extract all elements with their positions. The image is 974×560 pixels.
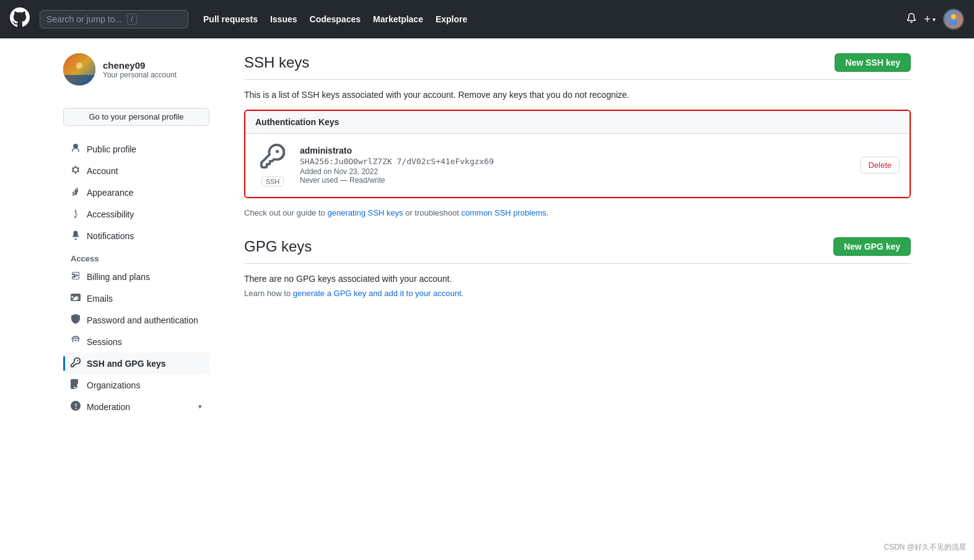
gear-icon — [71, 165, 81, 177]
broadcast-icon — [71, 336, 81, 348]
new-gpg-key-button[interactable]: New GPG key — [833, 237, 911, 256]
guide-prefix: Check out our guide to — [244, 208, 327, 217]
search-slash: / — [127, 14, 136, 25]
sidebar-item-moderation[interactable]: Moderation ▾ — [63, 396, 209, 418]
nav-issues[interactable]: Issues — [270, 14, 297, 24]
sidebar-label-account: Account — [87, 166, 118, 176]
sidebar-label-notifications: Notifications — [87, 231, 134, 241]
ssh-key-hash: SHA256:Ju0O0wrlZ7ZK 7/dV02cS+41eFvkgzx69 — [300, 157, 850, 166]
generate-gpg-key-link[interactable]: generate a GPG key and add it to your ac… — [293, 289, 462, 298]
gpg-section-header: GPG keys New GPG key — [244, 237, 911, 256]
sidebar-item-ssh-gpg[interactable]: SSH and GPG keys — [63, 352, 209, 374]
guide-suffix: . — [546, 208, 549, 217]
svg-point-5 — [76, 63, 82, 69]
ssh-key-row: SSH administrato SHA256:Ju0O0wrlZ7ZK 7/d… — [245, 134, 910, 197]
new-button[interactable]: + ▾ — [924, 13, 936, 26]
sidebar-item-public-profile[interactable]: Public profile — [63, 138, 209, 160]
ssh-key-icon-wrap: SSH — [255, 144, 290, 186]
sidebar-label-ssh-gpg: SSH and GPG keys — [87, 359, 166, 369]
go-to-profile-button[interactable]: Go to your personal profile — [63, 108, 209, 126]
sidebar-item-billing[interactable]: Billing and plans — [63, 266, 209, 287]
nav-pull-requests[interactable]: Pull requests — [203, 14, 258, 24]
ssh-section-header: SSH keys New SSH key — [244, 53, 911, 72]
page-container: cheney09 Your personal account Go to you… — [53, 38, 921, 432]
paintbrush-icon — [71, 186, 81, 198]
credit-card-icon — [71, 271, 81, 282]
common-ssh-problems-link[interactable]: common SSH problems — [462, 208, 546, 217]
sidebar-avatar — [63, 53, 95, 85]
sidebar-item-accessibility[interactable]: Accessibility — [63, 203, 209, 225]
sidebar-label-accessibility: Accessibility — [87, 209, 134, 219]
new-ssh-key-button[interactable]: New SSH key — [835, 53, 911, 72]
gpg-section-title: GPG keys — [244, 238, 312, 255]
gpg-divider — [244, 263, 911, 264]
mail-icon — [71, 292, 81, 304]
ssh-key-name: administrato — [300, 146, 850, 155]
sidebar-item-sessions[interactable]: Sessions — [63, 331, 209, 352]
sidebar-label-organizations: Organizations — [87, 380, 140, 390]
key-icon — [71, 357, 81, 369]
person-icon — [71, 143, 81, 155]
mod-icon — [71, 401, 81, 413]
nav-codespaces[interactable]: Codespaces — [310, 14, 361, 24]
search-placeholder: Search or jump to... — [46, 14, 122, 24]
sidebar-label-emails: Emails — [87, 294, 113, 304]
ssh-guide-text: Check out our guide to generating SSH ke… — [244, 208, 911, 217]
ssh-key-details: administrato SHA256:Ju0O0wrlZ7ZK 7/dV02c… — [300, 146, 850, 185]
shield-icon — [71, 314, 81, 326]
accessibility-icon — [71, 208, 81, 220]
learn-prefix: Learn how to — [244, 289, 293, 298]
nav-marketplace[interactable]: Marketplace — [373, 14, 423, 24]
svg-rect-1 — [949, 20, 958, 25]
svg-point-2 — [955, 15, 959, 18]
svg-point-0 — [951, 14, 956, 19]
bell-icon — [71, 230, 81, 242]
sidebar-user-text: cheney09 Your personal account — [103, 60, 177, 79]
ssh-divider — [244, 79, 911, 80]
key-large-icon — [260, 144, 285, 174]
notification-button[interactable] — [906, 13, 916, 26]
ssh-key-usage: Never used — Read/write — [300, 176, 850, 185]
ssh-type-badge: SSH — [261, 177, 284, 186]
ssh-section: SSH keys New SSH key This is a list of S… — [244, 53, 911, 217]
learn-suffix: . — [462, 289, 464, 298]
search-box[interactable]: Search or jump to... / — [40, 10, 188, 28]
guide-middle: or troubleshoot — [403, 208, 462, 217]
ssh-description: This is a list of SSH keys associated wi… — [244, 90, 911, 100]
top-navigation: Search or jump to... / Pull requests Iss… — [0, 0, 974, 38]
sidebar: cheney09 Your personal account Go to you… — [63, 53, 224, 418]
org-icon — [71, 379, 81, 391]
gpg-section: GPG keys New GPG key There are no GPG ke… — [244, 237, 911, 298]
sidebar-label-password: Password and authentication — [87, 315, 198, 325]
svg-rect-6 — [63, 75, 95, 85]
auth-keys-header: Authentication Keys — [245, 111, 910, 134]
nav-explore[interactable]: Explore — [436, 14, 467, 24]
main-content: SSH keys New SSH key This is a list of S… — [224, 53, 911, 418]
github-logo-icon[interactable] — [10, 7, 30, 32]
auth-keys-body: SSH administrato SHA256:Ju0O0wrlZ7ZK 7/d… — [245, 134, 910, 197]
sidebar-user-subtitle: Your personal account — [103, 71, 177, 79]
sidebar-item-password[interactable]: Password and authentication — [63, 309, 209, 331]
sidebar-label-public-profile: Public profile — [87, 144, 136, 154]
topnav-right: + ▾ — [906, 9, 964, 30]
generating-ssh-keys-link[interactable]: generating SSH keys — [327, 208, 403, 217]
sidebar-navigation: Public profile Account Appearance — [63, 138, 209, 418]
sidebar-item-account[interactable]: Account — [63, 160, 209, 182]
sidebar-item-notifications[interactable]: Notifications — [63, 225, 209, 247]
sidebar-label-appearance: Appearance — [87, 188, 134, 198]
gpg-no-keys-text: There are no GPG keys associated with yo… — [244, 274, 911, 284]
topnav-links: Pull requests Issues Codespaces Marketpl… — [203, 14, 467, 24]
moderation-caret-icon: ▾ — [198, 403, 202, 411]
sidebar-item-organizations[interactable]: Organizations — [63, 374, 209, 396]
gpg-learn-text: Learn how to generate a GPG key and add … — [244, 289, 911, 298]
sidebar-item-appearance[interactable]: Appearance — [63, 182, 209, 203]
access-section-label: Access — [63, 247, 209, 266]
user-avatar[interactable] — [943, 9, 964, 30]
sidebar-label-sessions: Sessions — [87, 337, 122, 347]
delete-ssh-key-button[interactable]: Delete — [860, 157, 900, 173]
sidebar-username: cheney09 — [103, 60, 177, 71]
sidebar-label-billing: Billing and plans — [87, 272, 150, 282]
sidebar-user-info: cheney09 Your personal account — [63, 53, 209, 95]
ssh-key-added: Added on Nov 23, 2022 — [300, 167, 850, 176]
sidebar-item-emails[interactable]: Emails — [63, 287, 209, 309]
